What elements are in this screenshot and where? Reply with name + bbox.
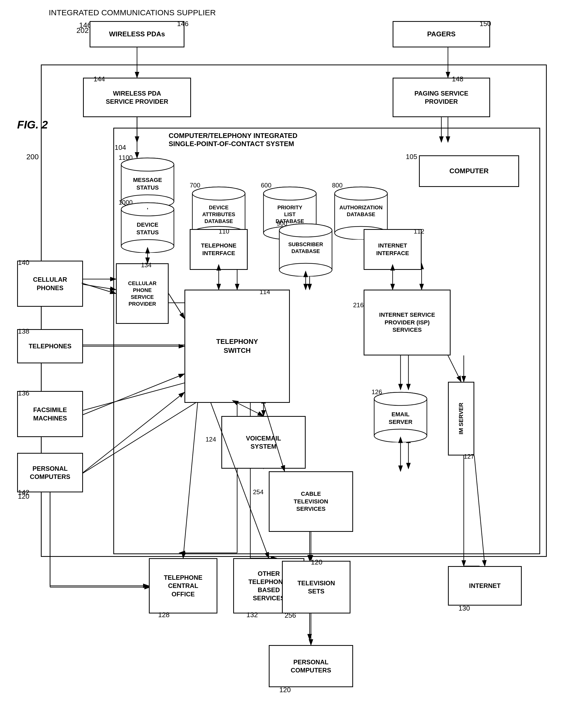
diagram-container: INTEGRATED COMMUNICATIONS SUPPLIER 146 2… xyxy=(0,0,566,728)
email-server-cylinder: EMAILSERVER xyxy=(372,390,430,442)
ref-105: 105 xyxy=(406,153,417,161)
ref-1000: 1000 xyxy=(119,199,132,206)
ref-1100: 1100 xyxy=(119,154,132,161)
ref-256: 256 xyxy=(285,611,296,620)
telephony-switch-box: TELEPHONYSWITCH xyxy=(184,290,290,403)
ref-126: 126 xyxy=(372,388,382,396)
svg-point-54 xyxy=(279,263,332,276)
ref-112: 112 xyxy=(414,228,424,235)
ref-800: 800 xyxy=(332,182,343,189)
cellular-phones-box: CELLULARPHONES xyxy=(17,261,83,307)
ref-200: 200 xyxy=(26,153,39,161)
personal-computers-left-box: PERSONALCOMPUTERS xyxy=(17,453,83,492)
wireless-pda-service-provider-box: WIRELESS PDASERVICE PROVIDER xyxy=(83,78,191,117)
ref-132: 132 xyxy=(246,611,258,619)
ref-120-left: 120 xyxy=(18,492,29,501)
ref-216: 216 xyxy=(353,301,364,309)
television-sets-box: TELEVISIONSETS xyxy=(282,561,351,613)
ref-146: 146 xyxy=(177,20,188,28)
cellular-phone-service-provider-box: CELLULARPHONESERVICEPROVIDER xyxy=(116,263,169,324)
ref-110: 110 xyxy=(219,228,229,235)
svg-point-58 xyxy=(374,429,427,442)
voicemail-system-box: VOICEMAILSYSTEM xyxy=(221,416,306,469)
ref-144: 144 xyxy=(93,75,105,83)
internet-service-provider-box: INTERNET SERVICEPROVIDER (ISP)SERVICES xyxy=(364,290,451,355)
ref-140: 140 xyxy=(18,259,29,267)
facsimile-machines-box: FACSIMILEMACHINES xyxy=(17,391,83,437)
ref-120-tv: 120 xyxy=(311,558,322,566)
ref-104: 104 xyxy=(115,143,126,152)
system-title: COMPUTER/TELEPHONY INTEGRATEDSINGLE-POIN… xyxy=(169,132,353,148)
telephone-interface-box: TELEPHONEINTERFACE xyxy=(190,229,248,270)
svg-point-38 xyxy=(121,240,174,253)
paging-service-provider-box: PAGING SERVICEPROVIDER xyxy=(393,78,490,117)
ref-130: 130 xyxy=(459,604,470,612)
telephone-central-office-box: TELEPHONECENTRALOFFICE xyxy=(149,558,217,613)
internet-box: INTERNET xyxy=(448,566,522,606)
computer-box: COMPUTER xyxy=(419,155,519,187)
ref-700: 700 xyxy=(190,182,200,189)
personal-computers-bottom-box: PERSONALCOMPUTERS xyxy=(269,645,353,687)
pagers-box: PAGERS xyxy=(393,21,490,47)
diagram-title: INTEGRATED COMMUNICATIONS SUPPLIER xyxy=(49,8,216,17)
ref-254: 254 xyxy=(253,488,263,496)
ref-127: 127 xyxy=(464,453,474,460)
ref-120-bottom: 120 xyxy=(279,686,291,694)
wireless-pdas-box: WIRELESS PDAs xyxy=(90,21,184,47)
ref-136: 136 xyxy=(18,389,29,397)
ref-124: 124 xyxy=(205,436,216,443)
ref-202: 202 xyxy=(76,26,89,35)
internet-interface-box: INTERNETINTERFACE xyxy=(364,229,422,270)
ref-150: 150 xyxy=(480,20,491,28)
ref-128: 128 xyxy=(158,611,169,619)
subscriber-db-cylinder: SUBSCRIBERDATABASE xyxy=(277,221,335,276)
cable-tv-services-box: CABLETELEVISIONSERVICES xyxy=(269,471,353,532)
ref-114: 114 xyxy=(259,288,270,296)
ref-134: 134 xyxy=(141,261,151,269)
im-server-box: IM SERVER xyxy=(448,382,474,455)
ref-148: 148 xyxy=(452,75,463,83)
ref-138: 138 xyxy=(18,327,29,335)
device-status-cylinder: DEVICESTATUS xyxy=(119,200,176,253)
ref-600: 600 xyxy=(261,182,271,189)
